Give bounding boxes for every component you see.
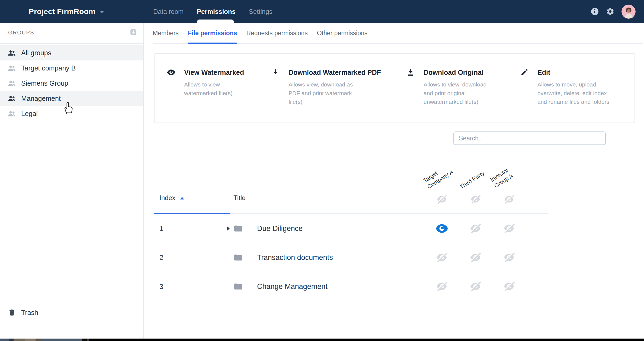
groups-header: GROUPS	[0, 23, 143, 44]
groups-section-label: GROUPS	[8, 30, 34, 36]
group-label: Legal	[21, 110, 38, 118]
row-title[interactable]: Transaction documents	[257, 253, 333, 262]
sidebar-item-siemens-group[interactable]: Siemens Group	[0, 76, 143, 91]
avatar[interactable]	[621, 5, 636, 19]
eye-icon	[167, 68, 175, 76]
project-title: Project FirmRoom	[29, 7, 95, 16]
app-window: Project FirmRoom Data room Permissions S…	[0, 0, 644, 341]
legend-title: Download Original	[424, 68, 494, 77]
group-label: Siemens Group	[21, 79, 68, 87]
subtab-file-permissions[interactable]: File permissions	[188, 23, 237, 44]
legend-download-watermarked-pdf: Download Watermarked PDF Allows view, do…	[271, 68, 406, 123]
topbar-actions	[591, 0, 636, 23]
expand-caret-icon[interactable]	[227, 226, 230, 231]
folder-icon	[234, 225, 243, 232]
subtab-requests-permissions[interactable]: Requests permissions	[246, 23, 307, 44]
legend-view-watermarked: View Watermarked Allows to view watermar…	[167, 68, 271, 123]
eye-off-icon	[503, 282, 515, 291]
permission-toggle-hidden[interactable]	[459, 214, 492, 243]
column-header-title[interactable]: Title	[233, 194, 245, 202]
avatar-image	[621, 5, 636, 19]
row-title[interactable]: Change Management	[257, 282, 328, 291]
eye-off-icon	[503, 224, 515, 233]
table-row: 1 Due Diligence	[154, 214, 548, 243]
pencil-icon	[520, 68, 528, 76]
file-permissions-table: Index Title 1 Due Diligence 2 Transactio…	[154, 187, 548, 301]
download-tray-icon	[406, 68, 415, 76]
subtab-other-permissions[interactable]: Other permissions	[317, 23, 368, 44]
permission-toggle-hidden[interactable]	[459, 272, 492, 301]
legend-description: Allows view, download as PDF and print w…	[289, 80, 360, 106]
folder-icon	[234, 254, 243, 261]
tab-settings[interactable]: Settings	[249, 8, 273, 15]
trash-label: Trash	[21, 309, 38, 317]
row-title[interactable]: Due Diligence	[257, 224, 303, 233]
row-index: 3	[159, 282, 163, 291]
table-header: Index Title	[154, 187, 548, 214]
permission-toggle-hidden[interactable]	[425, 272, 459, 301]
project-switcher[interactable]: Project FirmRoom	[29, 0, 104, 23]
permissions-legend-card: View Watermarked Allows to view watermar…	[154, 53, 635, 123]
people-icon	[8, 95, 16, 102]
permission-toggle-hidden[interactable]	[459, 243, 492, 272]
search-box	[453, 131, 606, 145]
legend-description: Allows to move, upload, overwrite, delet…	[537, 80, 617, 106]
bottom-window-edge	[0, 339, 644, 341]
header-divider	[230, 213, 548, 214]
sidebar-item-all-groups[interactable]: All groups	[0, 45, 143, 60]
sort-ascending-icon	[180, 197, 184, 200]
eye-off-icon	[470, 253, 481, 262]
permission-toggle-hidden[interactable]	[425, 243, 459, 272]
permission-toggle-view[interactable]	[425, 214, 459, 243]
people-icon	[8, 80, 16, 87]
group-column-target-company-a: Target Company A	[422, 162, 454, 190]
tab-data-room[interactable]: Data room	[153, 8, 184, 15]
sidebar-item-trash[interactable]: Trash	[0, 305, 143, 320]
download-arrow-icon	[271, 68, 280, 76]
people-icon	[8, 110, 16, 117]
sidebar-item-target-company-b[interactable]: Target company B	[0, 60, 143, 76]
group-label: Target company B	[21, 64, 76, 72]
sidebar-item-management[interactable]: Management	[0, 91, 143, 106]
group-label: Management	[21, 95, 61, 102]
people-icon	[8, 65, 16, 72]
folder-icon	[234, 283, 243, 290]
people-icon	[8, 49, 16, 56]
eye-view-icon	[436, 224, 448, 233]
row-index: 1	[159, 224, 163, 233]
eye-off-icon	[503, 253, 515, 262]
search-input[interactable]	[453, 131, 606, 145]
tab-permissions[interactable]: Permissions	[197, 8, 236, 15]
group-label: All groups	[21, 49, 51, 57]
legend-edit: Edit Allows to move, upload, overwrite, …	[520, 68, 636, 123]
topbar: Project FirmRoom Data room Permissions S…	[0, 0, 644, 23]
sidebar: GROUPS All groups Target company B Sieme…	[0, 23, 144, 339]
row-index: 2	[159, 253, 163, 262]
eye-off-icon	[470, 282, 481, 291]
sidebar-item-legal[interactable]: Legal	[0, 106, 143, 121]
permission-toggle-hidden[interactable]	[492, 243, 526, 272]
permission-toggle-hidden[interactable]	[492, 272, 526, 301]
column-header-index[interactable]: Index	[159, 194, 184, 202]
gear-icon[interactable]	[606, 7, 614, 16]
subtab-members[interactable]: Members	[153, 23, 179, 44]
eye-off-icon	[436, 282, 448, 291]
chevron-down-icon	[100, 11, 104, 13]
permissions-subtabs: Members File permissions Requests permis…	[153, 23, 643, 44]
legend-description: Allows to view watermarked file(s)	[184, 80, 243, 98]
group-column-investor-group-a: Investor Group A	[489, 166, 514, 189]
table-row: 3 Change Management	[154, 272, 548, 301]
add-group-button[interactable]	[130, 29, 137, 36]
legend-title: Edit	[537, 68, 617, 77]
legend-title: View Watermarked	[184, 68, 244, 77]
legend-download-original: Download Original Allows to view, downlo…	[406, 68, 520, 123]
trash-icon	[8, 308, 16, 317]
legend-description: Allows to view, download and print origi…	[424, 80, 494, 106]
permission-toggle-hidden[interactable]	[492, 214, 526, 243]
legend-title: Download Watermarked PDF	[289, 68, 381, 77]
table-row: 2 Transaction documents	[154, 243, 548, 272]
group-list: All groups Target company B Siemens Grou…	[0, 45, 143, 121]
index-header-label: Index	[159, 194, 175, 202]
eye-off-icon	[436, 253, 448, 262]
info-icon[interactable]	[591, 7, 599, 16]
